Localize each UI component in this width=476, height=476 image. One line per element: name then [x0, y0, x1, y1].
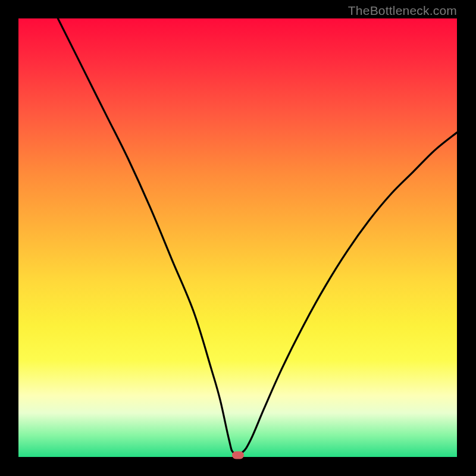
- bottleneck-marker: [232, 452, 244, 459]
- line-chart: [18, 18, 457, 457]
- watermark-text: TheBottleneck.com: [348, 4, 457, 18]
- plot-area: [18, 18, 457, 457]
- curve-path: [58, 18, 457, 455]
- chart-frame: TheBottleneck.com: [0, 0, 476, 476]
